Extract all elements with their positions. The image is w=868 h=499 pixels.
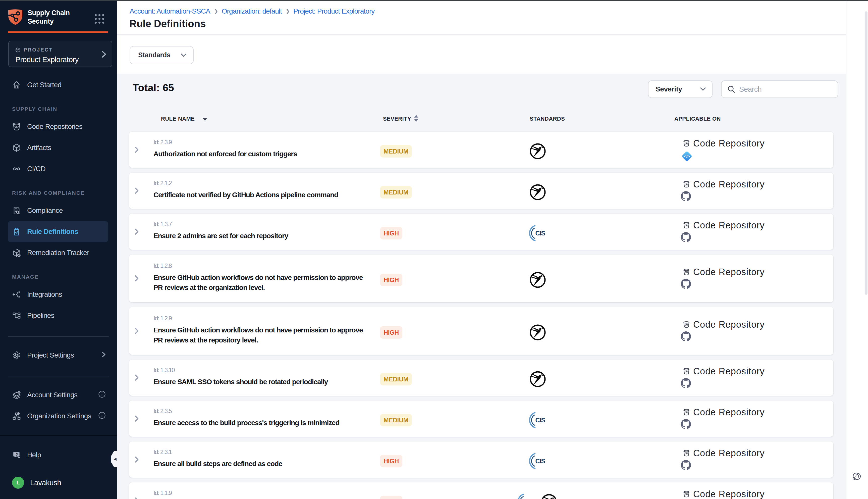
svg-text:</>: </> [684,154,690,159]
svg-text:CIS: CIS [535,230,545,237]
svg-text:CIS: CIS [535,458,545,465]
svg-text:CIS: CIS [535,417,545,424]
svg-text:?: ? [15,452,18,457]
